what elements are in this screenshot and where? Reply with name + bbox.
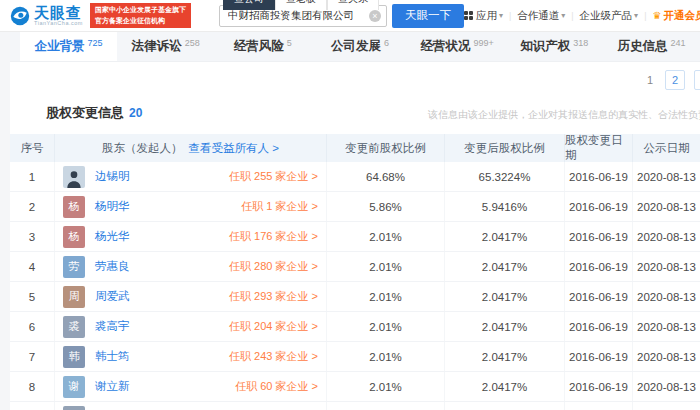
shareholder-name-link[interactable]: 边锡明 xyxy=(95,169,130,184)
publish-date-value: 2020-08-13 xyxy=(633,342,700,371)
nav-enterprise-products[interactable]: 企业级产品▾ xyxy=(580,9,639,23)
jobs-count-link[interactable]: 任职 60 家企业 > xyxy=(235,379,318,394)
section-title: 股权变更信息 xyxy=(46,104,124,122)
top-bar: 天眼查 TianYanCha.com 国家中小企业发展子基金旗下 官方备案企业征… xyxy=(0,0,700,32)
change-date-value: 2016-06-19 xyxy=(565,402,633,410)
section-header: 股权变更信息 20 xyxy=(10,62,700,134)
shareholder-name-link[interactable]: 谢立新 xyxy=(95,379,130,394)
table-row: 4 劳 劳惠良 任职 280 家企业 > 2.01% 2.0417% 2016-… xyxy=(10,252,700,282)
jobs-count-link[interactable]: 任职 293 家企业 > xyxy=(229,289,318,304)
shareholder-avatar[interactable]: 杨 xyxy=(63,226,85,248)
jobs-count-link[interactable]: 任职 280 家企业 > xyxy=(229,259,318,274)
jobs-count-link[interactable]: 任职 176 家企业 > xyxy=(229,229,318,244)
nav-cooperation[interactable]: 合作通道▾ xyxy=(517,9,565,23)
publish-date-value: 2020-08-13 xyxy=(633,312,700,341)
search-area: 查公司 查老板 查关系 × 天眼一下 xyxy=(219,4,464,28)
logo-eye-icon xyxy=(10,6,30,26)
shareholder-cell: 劳 劳惠良 任职 280 家企业 > xyxy=(55,252,327,281)
tab-history-info[interactable]: 历史信息241 xyxy=(603,32,700,61)
page-3[interactable]: 3 xyxy=(694,70,700,90)
pagination: 1 2 3 xyxy=(644,70,700,90)
tianyancha-logo[interactable]: 天眼查 TianYanCha.com xyxy=(10,5,83,27)
after-ratio-value: 2.0417% xyxy=(445,372,565,401)
tab-operating-status[interactable]: 经营状况999+ xyxy=(409,32,506,61)
publish-date-value: 2020-08-13 xyxy=(633,192,700,221)
shareholder-name-link[interactable]: 裘高宇 xyxy=(95,319,130,334)
after-ratio-value: 2.0417% xyxy=(445,282,565,311)
jobs-count-link[interactable]: 任职 1 家企业 > xyxy=(241,199,318,214)
publish-date-value: 2020-08-13 xyxy=(633,222,700,251)
before-ratio-value: 5.86% xyxy=(327,192,445,221)
row-number: 3 xyxy=(10,222,55,251)
table-row: 5 周 周爱武 任职 293 家企业 > 2.01% 2.0417% 2016-… xyxy=(10,282,700,312)
shareholder-name-link[interactable]: 劳惠良 xyxy=(95,259,130,274)
col-header-no: 序号 xyxy=(10,134,55,162)
shareholder-avatar[interactable]: 裘 xyxy=(63,316,85,338)
nav-apps[interactable]: 应用▾ xyxy=(464,9,503,23)
change-date-value: 2016-06-19 xyxy=(565,312,633,341)
shareholder-name-link[interactable]: 杨光华 xyxy=(95,229,130,244)
table-row: 6 裘 裘高宇 任职 204 家企业 > 2.01% 2.0417% 2016-… xyxy=(10,312,700,342)
chevron-down-icon: ▾ xyxy=(499,11,503,20)
official-badge: 国家中小企业发展子基金旗下 官方备案企业征信机构 xyxy=(90,3,191,28)
search-input[interactable] xyxy=(228,10,369,22)
jobs-count-link[interactable]: 任职 243 家企业 > xyxy=(229,349,318,364)
shareholder-avatar[interactable]: 谢 xyxy=(63,376,85,398)
change-date-value: 2016-06-19 xyxy=(565,282,633,311)
shareholder-avatar[interactable]: 周 xyxy=(63,286,85,308)
before-ratio-value: 2.01% xyxy=(327,252,445,281)
shareholder-name-link[interactable]: 杨明华 xyxy=(95,199,130,214)
shareholder-avatar[interactable]: 韩 xyxy=(63,346,85,368)
search-button[interactable]: 天眼一下 xyxy=(392,4,464,28)
shareholder-avatar[interactable]: 杨 xyxy=(63,196,85,218)
col-header-before-ratio: 变更前股权比例 xyxy=(327,134,445,162)
page-2[interactable]: 2 xyxy=(665,70,685,90)
publish-date-value: 2020-08-13 xyxy=(633,402,700,410)
shareholder-cell: 谢 谢立新 任职 60 家企业 > xyxy=(55,372,327,401)
chevron-down-icon: ▾ xyxy=(634,11,638,20)
shareholder-cell: 韩 韩士筠 任职 243 家企业 > xyxy=(55,342,327,371)
after-ratio-value: 2.0417% xyxy=(445,342,565,371)
publish-date-value: 2020-08-13 xyxy=(633,372,700,401)
tab-legal-proceedings[interactable]: 法律诉讼258 xyxy=(117,32,214,61)
clear-search-icon[interactable]: × xyxy=(369,10,381,22)
view-beneficiary-link[interactable]: 查看受益所有人 > xyxy=(189,141,279,156)
publish-date-value: 2020-08-13 xyxy=(633,282,700,311)
nav-divider: | xyxy=(571,11,573,21)
top-nav: 应用▾ | 合作通道▾ | 企业级产品▾ | ♛ 开通会员▾ | xyxy=(464,8,700,24)
table-row: 7 韩 韩士筠 任职 243 家企业 > 2.01% 2.0417% 2016-… xyxy=(10,342,700,372)
tab-intellectual-property[interactable]: 知识产权318 xyxy=(506,32,603,61)
shareholder-avatar[interactable]: 劳 xyxy=(63,256,85,278)
nav-open-vip[interactable]: ♛ 开通会员▾ xyxy=(652,9,700,23)
shareholder-avatar[interactable] xyxy=(63,166,85,188)
col-header-publish-date: 公示日期 xyxy=(633,134,700,162)
shareholder-cell: 周 周爱武 任职 293 家企业 > xyxy=(55,282,327,311)
shareholder-name-link[interactable]: 韩士筠 xyxy=(95,349,130,364)
search-tab-relation[interactable]: 查关系 xyxy=(327,0,379,10)
tab-company-development[interactable]: 公司发展6 xyxy=(311,32,408,61)
tab-operating-risk[interactable]: 经营风险5 xyxy=(214,32,311,61)
shareholder-cell: 杨 杨明华 任职 1 家企业 > xyxy=(55,192,327,221)
col-header-shareholder: 股东（发起人） 查看受益所有人 > xyxy=(55,134,327,162)
badge-line-2: 官方备案企业征信机构 xyxy=(95,16,186,27)
tab-company-background[interactable]: 企业背景725 xyxy=(20,32,117,61)
after-ratio-value: 5.9416% xyxy=(445,192,565,221)
shareholder-cell: 边锡明 任职 255 家企业 > xyxy=(55,162,327,191)
change-date-value: 2016-06-19 xyxy=(565,342,633,371)
before-ratio-value: 2.01% xyxy=(327,402,445,410)
table-row: 2 杨 杨明华 任职 1 家企业 > 5.86% 5.9416% 2016-06… xyxy=(10,192,700,222)
shareholder-cell: 俞 俞兴尧 任职 6 家企业 > xyxy=(55,402,327,410)
shareholder-cell: 杨 杨光华 任职 176 家企业 > xyxy=(55,222,327,251)
table-row: 8 谢 谢立新 任职 60 家企业 > 2.01% 2.0417% 2016-0… xyxy=(10,372,700,402)
change-date-value: 2016-06-19 xyxy=(565,162,633,191)
jobs-count-link[interactable]: 任职 255 家企业 > xyxy=(229,169,318,184)
jobs-count-link[interactable]: 任职 204 家企业 > xyxy=(229,319,318,334)
search-tab-boss[interactable]: 查老板 xyxy=(275,0,327,10)
page-1[interactable]: 1 xyxy=(644,74,656,86)
table-body: 1 边锡明 任职 255 家企业 > 64.68% 65.3224% 2016-… xyxy=(10,162,700,410)
shareholder-avatar[interactable]: 俞 xyxy=(63,406,85,410)
after-ratio-value: 65.3224% xyxy=(445,162,565,191)
shareholder-name-link[interactable]: 周爱武 xyxy=(95,289,130,304)
search-tab-company[interactable]: 查公司 xyxy=(223,0,275,10)
table-row: 1 边锡明 任职 255 家企业 > 64.68% 65.3224% 2016-… xyxy=(10,162,700,192)
